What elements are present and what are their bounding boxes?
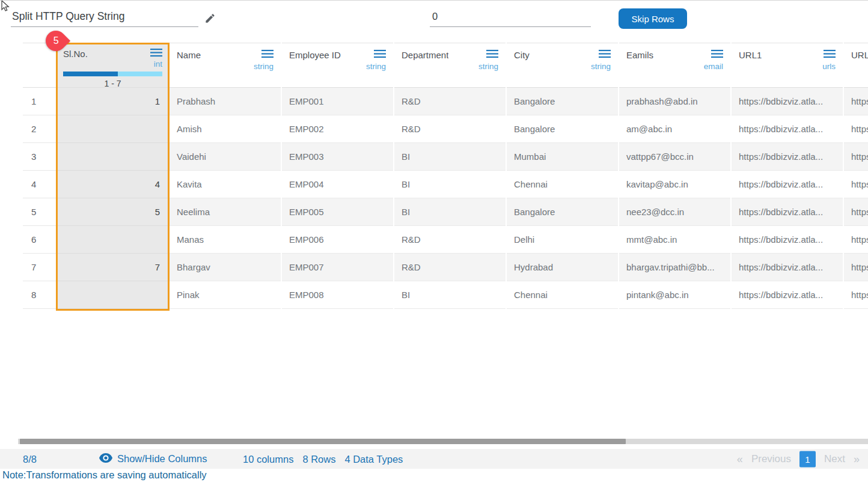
cell-emails[interactable]: pintank@abc.in [619, 281, 730, 309]
cell-emails[interactable]: bhargav.tripathi@bb... [619, 254, 730, 281]
cell-employee-id[interactable]: EMP002 [282, 115, 393, 143]
cell-url2[interactable]: https://bdbizviz.atla... [844, 226, 868, 254]
cell-emails[interactable]: prabhash@abd.in [619, 88, 730, 115]
column-menu-icon[interactable] [599, 49, 611, 61]
cell-url1[interactable]: https://bdbizviz.atla... [732, 88, 843, 115]
column-header[interactable]: Eamils email [619, 43, 730, 88]
cell-city[interactable]: Chennai [507, 281, 618, 309]
grid-header-row: Sl.No. int 1 - 7 Name [23, 43, 868, 88]
cell-name[interactable]: Kavita [170, 171, 281, 198]
column-menu-icon[interactable] [711, 49, 723, 61]
cell-city[interactable]: Bangalore [507, 115, 618, 143]
cell-name[interactable]: Prabhash [170, 88, 281, 115]
cell-emails[interactable]: mmt@abc.in [619, 226, 730, 254]
first-page-arrow[interactable]: « [737, 453, 743, 465]
cell-department[interactable]: R&D [394, 88, 506, 115]
cell-department[interactable]: BI [394, 198, 506, 226]
row-number: 8 [23, 281, 56, 309]
column-header[interactable]: URL2 urls [844, 43, 868, 88]
cell-url1[interactable]: https://bdbizviz.atla... [732, 171, 843, 198]
column-header[interactable]: Department string [394, 43, 506, 88]
cell-slno[interactable]: 4 [57, 171, 168, 198]
cell-department[interactable]: BI [394, 143, 506, 171]
cell-city[interactable]: Bangalore [507, 198, 618, 226]
table-row: 6 Manas EMP006 R&D Delhi mmt@abc.in http… [23, 226, 868, 254]
cell-name[interactable]: Neelima [170, 198, 281, 226]
transform-title-input[interactable] [11, 7, 198, 27]
edit-title-button[interactable] [203, 12, 217, 26]
rows-count-label: 8 Rows [302, 453, 335, 465]
cell-url2[interactable]: https://bdbizviz.atla... [844, 198, 868, 226]
cell-name[interactable]: Amish [170, 115, 281, 143]
previous-page-button[interactable]: Previous [751, 453, 791, 465]
column-header[interactable]: Employee ID string [282, 43, 393, 88]
cell-slno[interactable]: 5 [57, 198, 168, 226]
cell-slno[interactable] [57, 115, 168, 143]
column-menu-icon[interactable] [374, 49, 386, 61]
cell-url1[interactable]: https://bdbizviz.atla... [732, 254, 843, 281]
cell-employee-id[interactable]: EMP004 [282, 171, 393, 198]
column-menu-icon[interactable] [150, 48, 162, 59]
cell-city[interactable]: Chennai [507, 171, 618, 198]
show-hide-columns-button[interactable]: Show/Hide Columns [99, 453, 207, 465]
cell-name[interactable]: Vaidehi [170, 143, 281, 171]
next-page-button[interactable]: Next [824, 453, 845, 465]
cell-employee-id[interactable]: EMP007 [282, 254, 393, 281]
column-type-label: email [626, 62, 723, 71]
cell-employee-id[interactable]: EMP006 [282, 226, 393, 254]
cell-name[interactable]: Manas [170, 226, 281, 254]
cell-department[interactable]: R&D [394, 226, 506, 254]
cell-emails[interactable]: nee23@dcc.in [619, 198, 730, 226]
cell-city[interactable]: Delhi [507, 226, 618, 254]
cell-slno[interactable] [57, 143, 168, 171]
horizontal-scrollbar-track[interactable] [18, 439, 868, 444]
cell-emails[interactable]: vattpp67@bcc.in [619, 143, 730, 171]
cell-slno[interactable]: 7 [57, 254, 168, 281]
cell-emails[interactable]: kavitap@abc.in [619, 171, 730, 198]
cell-url1[interactable]: https://bdbizviz.atla... [732, 115, 843, 143]
cell-department[interactable]: BI [394, 171, 506, 198]
cell-url2[interactable]: https://bdbizviz.atla... [844, 115, 868, 143]
cell-department[interactable]: BI [394, 281, 506, 309]
horizontal-scrollbar-thumb[interactable] [20, 439, 626, 444]
cell-slno[interactable]: 1 [57, 88, 168, 115]
cell-url1[interactable]: https://bdbizviz.atla... [732, 226, 843, 254]
current-page-button[interactable]: 1 [799, 451, 816, 467]
cell-employee-id[interactable]: EMP003 [282, 143, 393, 171]
cell-url1[interactable]: https://bdbizviz.atla... [732, 143, 843, 171]
column-menu-icon[interactable] [486, 49, 498, 61]
cell-employee-id[interactable]: EMP001 [282, 88, 393, 115]
cell-department[interactable]: R&D [394, 254, 506, 281]
cell-url2[interactable]: https://bdbizviz.atla... [844, 171, 868, 198]
column-menu-icon[interactable] [261, 49, 274, 61]
skip-rows-button[interactable]: Skip Rows [619, 8, 687, 29]
column-menu-icon[interactable] [824, 49, 836, 61]
cell-url2[interactable]: https://bdbizviz.atla... [844, 281, 868, 309]
cell-department[interactable]: R&D [394, 115, 506, 143]
column-title: Name [177, 50, 201, 60]
pagination: « Previous 1 Next » [737, 451, 860, 467]
skip-rows-input[interactable] [430, 7, 591, 27]
cell-url2[interactable]: https://bdbizviz.atla... [844, 143, 868, 171]
cell-city[interactable]: Mumbai [507, 143, 618, 171]
last-page-arrow[interactable]: » [854, 453, 860, 465]
cell-url1[interactable]: https://bdbizviz.atla... [732, 281, 843, 309]
column-header[interactable]: URL1 urls [732, 43, 843, 88]
column-header[interactable]: City string [507, 43, 618, 88]
cell-url2[interactable]: https://bdbizviz.atla... [844, 88, 868, 115]
cell-employee-id[interactable]: EMP008 [282, 281, 393, 309]
cell-name[interactable]: Bhargav [170, 254, 281, 281]
data-types-count-label: 4 Data Types [344, 453, 403, 465]
column-header[interactable]: Name string [170, 43, 281, 88]
cell-city[interactable]: Hydrabad [507, 254, 618, 281]
column-type-label: urls [739, 62, 836, 71]
cell-emails[interactable]: am@abc.in [619, 115, 730, 143]
cell-url2[interactable]: https://bdbizviz.atla... [844, 254, 868, 281]
cell-slno[interactable] [57, 281, 168, 309]
cell-slno[interactable] [57, 226, 168, 254]
cell-city[interactable]: Bangalore [507, 88, 618, 115]
cell-employee-id[interactable]: EMP005 [282, 198, 393, 226]
cell-url1[interactable]: https://bdbizviz.atla... [732, 198, 843, 226]
cell-name[interactable]: Pinak [170, 281, 281, 309]
column-header-slno[interactable]: Sl.No. int 1 - 7 [57, 43, 168, 88]
